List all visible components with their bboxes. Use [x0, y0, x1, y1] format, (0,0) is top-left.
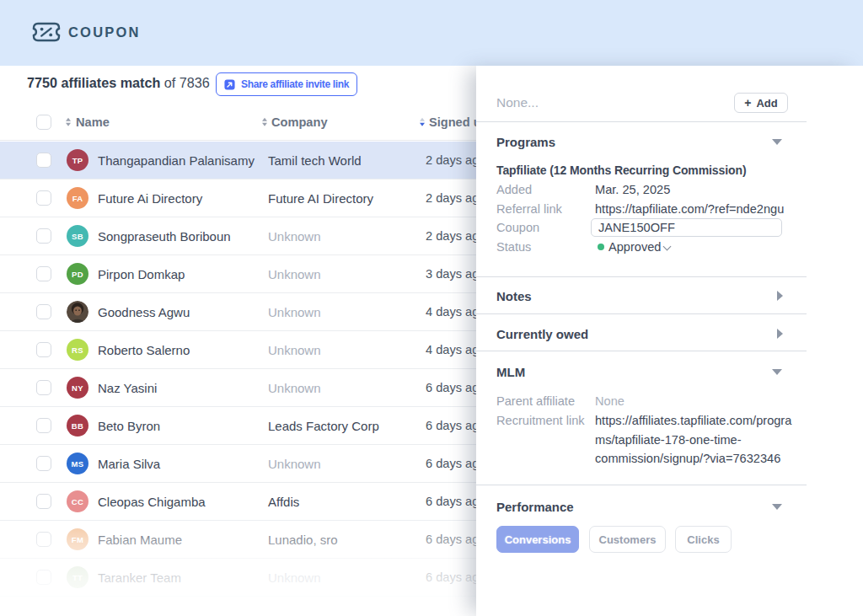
share-invite-link-button[interactable]: Share affiliate invite link: [216, 72, 357, 96]
affiliate-company: Unknown: [268, 457, 321, 471]
row-checkbox[interactable]: [36, 570, 51, 585]
affiliate-company: Affdis: [268, 495, 299, 509]
share-icon: [224, 79, 235, 90]
brand-logo[interactable]: COUPON: [32, 22, 141, 42]
added-value: Mar. 25, 2025: [595, 183, 670, 196]
programs-section-title: Programs: [496, 135, 555, 149]
affiliate-name: Pirpon Domkap: [98, 267, 185, 281]
separator: [476, 313, 807, 314]
clicks-tab-button[interactable]: Clicks: [675, 526, 732, 553]
status-dropdown-chevron-icon[interactable]: [663, 243, 672, 251]
avatar: BB: [67, 415, 88, 437]
currently-owed-section-title: Currently owed: [496, 327, 588, 341]
affiliate-company: Unknown: [268, 229, 321, 244]
referral-link-value[interactable]: https://tapfiliate.com/?ref=nde2ngu: [595, 202, 784, 216]
row-checkbox[interactable]: [36, 342, 51, 357]
affiliate-name: Naz Yasini: [98, 381, 157, 395]
affiliate-name: Beto Byron: [98, 419, 160, 433]
affiliate-name: Cleopas Chigamba: [98, 495, 206, 509]
avatar: FA: [67, 187, 88, 209]
sort-icon-company[interactable]: [262, 117, 267, 126]
affiliate-company: Lunadio, sro: [268, 533, 338, 547]
parent-affiliate-label: Parent affiliate: [496, 394, 575, 408]
avatar: CC: [67, 490, 88, 512]
avatar: NY: [67, 377, 88, 399]
affiliate-company: Unknown: [268, 267, 321, 281]
affiliate-detail-panel: None... + Add Programs Tapfiliate (12 Mo…: [476, 66, 863, 616]
affiliate-company: Tamil tech World: [268, 153, 362, 168]
affiliate-name: Maria Silva: [98, 457, 160, 471]
affiliate-company: Unknown: [268, 305, 321, 319]
brand-name: COUPON: [68, 24, 141, 40]
share-button-label: Share affiliate invite link: [241, 78, 349, 90]
coupon-ticket-icon: [32, 22, 61, 42]
mlm-section-title: MLM: [496, 365, 525, 379]
conversions-tab-button[interactable]: Conversions: [496, 526, 579, 553]
sort-icon-signed-up[interactable]: [420, 117, 425, 126]
currently-owed-expand-chevron-icon[interactable]: [777, 329, 783, 339]
affiliate-name: Taranker Team: [98, 570, 181, 585]
match-count-total: of 7836: [160, 75, 210, 90]
match-count-heading: 7750 affiliates match of 7836: [27, 75, 210, 91]
row-checkbox[interactable]: [36, 532, 51, 547]
status-approved-dot-icon: [598, 244, 604, 250]
tags-empty-value: None...: [496, 95, 539, 110]
avatar: RS: [67, 339, 88, 361]
avatar: TP: [67, 149, 88, 171]
avatar-photo: [67, 301, 88, 323]
add-button-label: Add: [756, 97, 777, 110]
notes-expand-chevron-icon[interactable]: [777, 291, 783, 301]
coupon-input[interactable]: [591, 218, 782, 237]
affiliate-name: Thangapandian Palanisamy: [98, 153, 255, 168]
recruitment-link-value[interactable]: https://affiliates.tapfiliate.com/progra…: [595, 411, 793, 469]
plus-icon: +: [744, 97, 751, 109]
affiliate-name: Future Ai Directory: [98, 191, 202, 206]
row-checkbox[interactable]: [36, 380, 51, 395]
affiliate-company: Future AI Directory: [268, 191, 373, 206]
app-window: COUPON 7750 affiliates match of 7836 Sha…: [0, 0, 863, 616]
affiliate-name: Songpraseuth Boriboun: [98, 229, 231, 244]
affiliate-company: Unknown: [268, 570, 321, 585]
avatar: PD: [67, 263, 88, 285]
mlm-collapse-chevron-icon[interactable]: [772, 369, 782, 375]
row-checkbox[interactable]: [36, 304, 51, 319]
row-checkbox[interactable]: [36, 266, 51, 281]
match-count-bold: 7750 affiliates match: [27, 75, 160, 90]
affiliate-company: Unknown: [268, 381, 321, 395]
referral-link-label: Referral link: [496, 202, 562, 216]
avatar: MS: [67, 453, 88, 474]
status-value[interactable]: Approved: [608, 240, 661, 254]
notes-section-title: Notes: [496, 289, 532, 303]
row-checkbox[interactable]: [36, 418, 51, 433]
affiliate-name: Fabian Maume: [98, 533, 182, 547]
added-label: Added: [496, 183, 532, 196]
performance-section-title: Performance: [496, 500, 574, 514]
column-header-company[interactable]: Company: [271, 115, 328, 129]
affiliate-name: Goodness Agwu: [98, 305, 190, 319]
recruitment-link-label: Recruitment link: [496, 414, 585, 427]
row-checkbox[interactable]: [36, 494, 51, 509]
add-button[interactable]: + Add: [734, 93, 788, 113]
separator: [476, 121, 807, 122]
performance-collapse-chevron-icon[interactable]: [772, 504, 782, 510]
separator: [476, 351, 807, 351]
affiliate-company: Unknown: [268, 343, 321, 357]
status-label: Status: [496, 240, 531, 254]
row-checkbox[interactable]: [36, 153, 51, 168]
row-checkbox[interactable]: [36, 456, 51, 471]
parent-affiliate-value: None: [595, 394, 624, 408]
sort-icon-name[interactable]: [66, 117, 71, 126]
avatar: TT: [67, 566, 88, 588]
programs-collapse-chevron-icon[interactable]: [772, 139, 782, 145]
separator: [476, 485, 807, 485]
top-header-band: COUPON: [0, 0, 863, 66]
row-checkbox[interactable]: [36, 228, 51, 244]
customers-tab-button[interactable]: Customers: [589, 526, 666, 553]
row-checkbox[interactable]: [36, 190, 51, 206]
select-all-checkbox[interactable]: [36, 115, 51, 130]
column-header-name[interactable]: Name: [76, 115, 110, 129]
affiliate-name: Roberto Salerno: [98, 343, 190, 357]
affiliate-company: Leads Factory Corp: [268, 419, 379, 433]
coupon-label: Coupon: [496, 221, 539, 234]
separator: [476, 276, 807, 277]
